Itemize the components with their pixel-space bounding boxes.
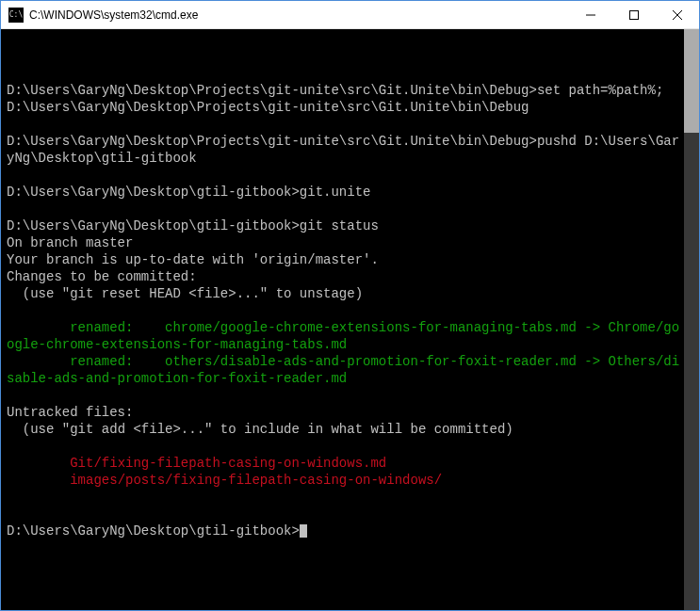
scrollbar[interactable] [684, 29, 699, 610]
close-button[interactable] [656, 1, 699, 28]
terminal-content: D:\Users\GaryNg\Desktop\Projects\git-uni… [7, 65, 699, 539]
renamed-file: renamed: chrome/google-chrome-extensions… [7, 320, 679, 352]
untracked-file: Git/fixing-filepath-casing-on-windows.md [7, 456, 386, 471]
cursor [300, 524, 307, 538]
maximize-icon [629, 10, 639, 20]
close-icon [673, 10, 682, 20]
status-uptodate: Your branch is up-to-date with 'origin/m… [7, 252, 379, 267]
terminal[interactable]: D:\Users\GaryNg\Desktop\Projects\git-uni… [1, 29, 699, 610]
untracked-header: Untracked files: [7, 405, 133, 420]
minimize-button[interactable] [569, 1, 612, 28]
untracked-hint: (use "git add <file>..." to include in w… [7, 422, 513, 437]
prompt: D:\Users\GaryNg\Desktop\gtil-gitbook> [7, 185, 300, 200]
prompt: D:\Users\GaryNg\Desktop\gtil-gitbook> [7, 523, 300, 539]
prompt: D:\Users\GaryNg\Desktop\Projects\git-uni… [7, 134, 537, 149]
prompt: D:\Users\GaryNg\Desktop\Projects\git-uni… [7, 83, 537, 98]
cmd-icon-label: C:\ [9, 11, 23, 19]
minimize-icon [586, 10, 595, 20]
svg-rect-1 [630, 10, 639, 19]
scrollbar-thumb[interactable] [684, 29, 699, 133]
untracked-file: images/posts/fixing-filepath-casing-on-w… [7, 473, 442, 488]
status-unstage-hint: (use "git reset HEAD <file>..." to unsta… [7, 286, 363, 301]
prompt: D:\Users\GaryNg\Desktop\gtil-gitbook> [7, 218, 300, 233]
titlebar: C:\ C:\WINDOWS\system32\cmd.exe [1, 1, 699, 29]
command: git.unite [300, 185, 371, 200]
status-branch: On branch master [7, 235, 133, 250]
renamed-file: renamed: others/disable-ads-and-promotio… [7, 354, 679, 386]
maximize-button[interactable] [612, 1, 656, 28]
status-changes-header: Changes to be committed: [7, 269, 197, 284]
cmd-icon: C:\ [8, 8, 24, 23]
window-controls [569, 1, 699, 28]
command: git status [300, 218, 379, 233]
window-title: C:\WINDOWS\system32\cmd.exe [29, 8, 569, 22]
